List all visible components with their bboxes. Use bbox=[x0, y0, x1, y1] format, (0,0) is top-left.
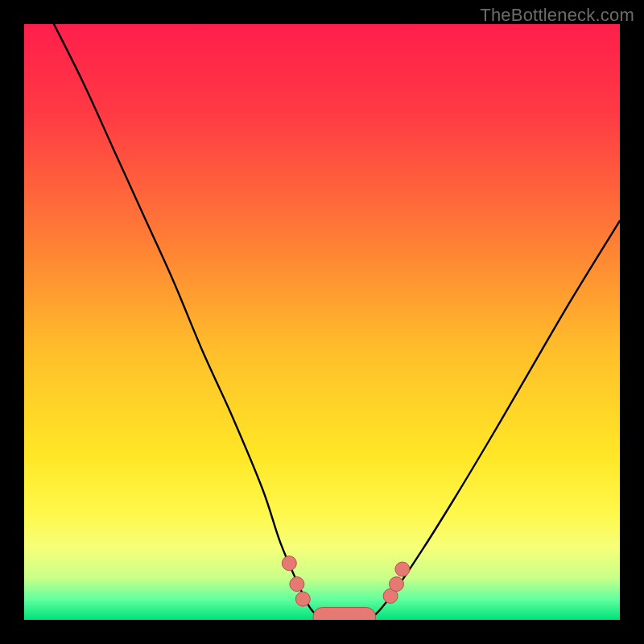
plot-area bbox=[24, 24, 620, 620]
bottleneck-curve bbox=[54, 24, 620, 620]
v-curve bbox=[54, 24, 620, 620]
bead-4 bbox=[390, 577, 404, 592]
valley-bar-bead bbox=[313, 608, 376, 621]
watermark-text: TheBottleneck.com bbox=[480, 5, 634, 26]
bead-5 bbox=[395, 562, 410, 576]
bead-1 bbox=[290, 577, 304, 592]
valley-beads bbox=[282, 556, 410, 620]
curve-layer bbox=[24, 24, 620, 620]
bead-2 bbox=[295, 592, 310, 606]
frame: TheBottleneck.com bbox=[0, 0, 644, 644]
bead-0 bbox=[282, 556, 296, 571]
